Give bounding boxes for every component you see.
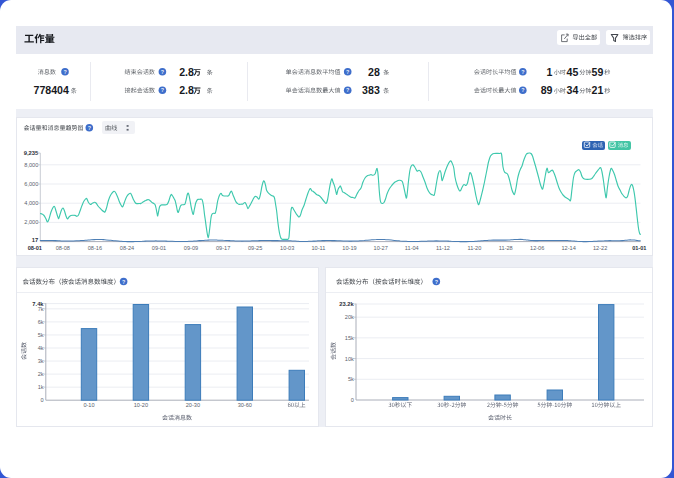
svg-text:1k: 1k bbox=[38, 384, 44, 390]
svg-text:7.4k: 7.4k bbox=[32, 301, 44, 307]
svg-text:4k: 4k bbox=[38, 345, 44, 351]
svg-text:21: 21 bbox=[592, 84, 604, 96]
svg-text:01-01: 01-01 bbox=[632, 245, 646, 251]
svg-text:5k: 5k bbox=[348, 376, 354, 382]
svg-text:6k: 6k bbox=[38, 319, 44, 325]
svg-text:59: 59 bbox=[592, 66, 604, 78]
svg-text:11-20: 11-20 bbox=[467, 245, 481, 251]
svg-text:34: 34 bbox=[567, 84, 579, 96]
svg-text:10-19: 10-19 bbox=[342, 245, 356, 251]
svg-text:12-22: 12-22 bbox=[593, 245, 607, 251]
svg-text:0-10: 0-10 bbox=[83, 402, 94, 408]
svg-text:10-11: 10-11 bbox=[311, 245, 325, 251]
svg-text:20k: 20k bbox=[345, 314, 354, 320]
svg-text:?: ? bbox=[161, 87, 164, 93]
svg-text:45: 45 bbox=[567, 66, 579, 78]
svg-text:23.2k: 23.2k bbox=[339, 301, 354, 307]
svg-text:10-27: 10-27 bbox=[374, 245, 388, 251]
svg-text:09-17: 09-17 bbox=[216, 245, 230, 251]
svg-text:10-03: 10-03 bbox=[280, 245, 294, 251]
svg-text:?: ? bbox=[63, 69, 66, 75]
svg-text:?: ? bbox=[435, 279, 438, 285]
svg-text:11-12: 11-12 bbox=[436, 245, 450, 251]
svg-text:383: 383 bbox=[362, 84, 380, 96]
svg-text:?: ? bbox=[161, 69, 164, 75]
svg-text:10-20: 10-20 bbox=[134, 402, 148, 408]
svg-text:10k: 10k bbox=[345, 356, 354, 362]
svg-text:2.8: 2.8 bbox=[179, 84, 194, 96]
svg-text:?: ? bbox=[346, 87, 349, 93]
svg-text:2,000: 2,000 bbox=[24, 219, 38, 225]
svg-text:2k: 2k bbox=[38, 371, 44, 377]
svg-text:9,235: 9,235 bbox=[24, 150, 39, 156]
svg-text:08-08: 08-08 bbox=[56, 245, 70, 251]
svg-text:?: ? bbox=[88, 125, 91, 131]
svg-text:778404: 778404 bbox=[34, 84, 69, 96]
svg-text:08-16: 08-16 bbox=[88, 245, 102, 251]
svg-text:89: 89 bbox=[541, 84, 553, 96]
svg-text:08-01: 08-01 bbox=[28, 245, 42, 251]
svg-text:11-28: 11-28 bbox=[499, 245, 513, 251]
svg-text:5k: 5k bbox=[38, 332, 44, 338]
svg-text:09-09: 09-09 bbox=[184, 245, 198, 251]
svg-text:?: ? bbox=[346, 69, 349, 75]
svg-text:8,000: 8,000 bbox=[24, 162, 38, 168]
svg-text:6,000: 6,000 bbox=[24, 181, 38, 187]
svg-text:30-60: 30-60 bbox=[238, 402, 252, 408]
svg-text:12-14: 12-14 bbox=[561, 245, 575, 251]
svg-text:4,000: 4,000 bbox=[24, 200, 38, 206]
svg-text:7k: 7k bbox=[38, 306, 44, 312]
svg-text:09-01: 09-01 bbox=[152, 245, 166, 251]
svg-text:?: ? bbox=[122, 279, 125, 285]
svg-text:0: 0 bbox=[40, 397, 43, 403]
svg-text:?: ? bbox=[521, 69, 524, 75]
svg-text:28: 28 bbox=[368, 66, 380, 78]
svg-text:08-24: 08-24 bbox=[120, 245, 134, 251]
svg-text:?: ? bbox=[521, 87, 524, 93]
svg-text:20-30: 20-30 bbox=[186, 402, 200, 408]
svg-text:12-06: 12-06 bbox=[530, 245, 544, 251]
svg-text:0: 0 bbox=[351, 397, 354, 403]
svg-text:17: 17 bbox=[32, 237, 38, 243]
svg-text:2.8: 2.8 bbox=[179, 66, 194, 78]
svg-text:09-25: 09-25 bbox=[248, 245, 262, 251]
svg-text:11-04: 11-04 bbox=[405, 245, 419, 251]
svg-text:1: 1 bbox=[547, 66, 553, 78]
svg-text:3k: 3k bbox=[38, 358, 44, 364]
svg-text:15k: 15k bbox=[345, 335, 354, 341]
